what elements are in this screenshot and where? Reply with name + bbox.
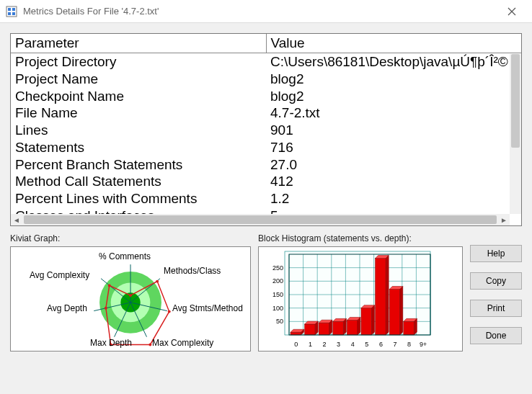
svg-marker-68 [400, 287, 403, 335]
svg-marker-62 [372, 305, 375, 335]
svg-text:1: 1 [309, 341, 312, 348]
svg-marker-56 [343, 318, 346, 335]
cell-value: 412 [266, 173, 521, 190]
table-row[interactable]: Checkpoint Nameblog2 [11, 88, 521, 105]
svg-rect-57 [347, 320, 358, 335]
vertical-scrollbar[interactable] [510, 54, 521, 214]
svg-rect-1 [8, 8, 11, 11]
kiviat-axis-label: Max Complexity [152, 338, 213, 348]
cell-param: Checkpoint Name [11, 88, 266, 105]
table-row[interactable]: Method Call Statements412 [11, 173, 521, 190]
kiviat-axis-label: Max Depth [90, 338, 132, 348]
svg-point-17 [156, 280, 159, 283]
cell-value: 1.2 [266, 190, 521, 207]
table-row[interactable]: Lines901 [11, 122, 521, 139]
scroll-right-icon[interactable]: ► [498, 214, 510, 225]
cell-param: Lines [11, 122, 266, 139]
svg-text:150: 150 [272, 291, 283, 298]
svg-text:50: 50 [276, 318, 283, 325]
cell-value: 901 [266, 122, 521, 139]
svg-text:2: 2 [323, 341, 327, 348]
table-row[interactable]: Project Nameblog2 [11, 71, 521, 88]
scroll-left-icon[interactable]: ◄ [11, 214, 22, 225]
kiviat-axis-label: Avg Stmts/Method [172, 303, 243, 313]
block-histogram: 501001502002500123456789+ [258, 246, 463, 352]
svg-point-19 [148, 344, 151, 346]
column-header-parameter[interactable]: Parameter [11, 34, 266, 53]
svg-rect-66 [389, 290, 400, 335]
app-icon [6, 6, 17, 17]
cell-param: Percent Lines with Comments [11, 190, 266, 207]
kiviat-graph: % Comments Methods/Class Avg Stmts/Metho… [10, 246, 251, 352]
table-row[interactable]: File Name4.7-2.txt [11, 104, 521, 122]
svg-rect-48 [305, 324, 316, 335]
svg-rect-2 [12, 8, 15, 11]
column-header-value[interactable]: Value [266, 34, 521, 53]
svg-rect-60 [361, 308, 372, 335]
copy-button[interactable]: Copy [470, 272, 522, 290]
cell-value: 27.0 [266, 156, 521, 174]
metrics-table: Parameter Value Project DirectoryC:\User… [11, 34, 521, 225]
svg-text:9+: 9+ [420, 341, 427, 348]
kiviat-axis-label: Avg Complexity [30, 270, 89, 280]
svg-text:200: 200 [272, 277, 283, 285]
help-button[interactable]: Help [470, 245, 522, 262]
kiviat-axis-label: Methods/Class [164, 266, 221, 276]
svg-rect-51 [319, 323, 329, 335]
cell-value: C:\Users\86181\Desktop\java\µÚ¶þ´Î²© [266, 53, 521, 71]
histogram-title: Block Histogram (statements vs. depth): [258, 233, 463, 243]
svg-rect-3 [8, 12, 11, 15]
kiviat-axis-label: Avg Depth [47, 303, 87, 313]
svg-rect-54 [333, 321, 344, 335]
cell-value: blog2 [266, 88, 521, 105]
svg-text:100: 100 [272, 305, 283, 312]
svg-text:4: 4 [351, 341, 355, 348]
cell-param: File Name [11, 104, 266, 122]
svg-rect-69 [404, 321, 414, 335]
close-icon[interactable] [497, 0, 526, 23]
kiviat-title: Kiviat Graph: [10, 233, 251, 243]
cell-param: Project Name [11, 71, 266, 88]
svg-text:8: 8 [407, 341, 411, 348]
cell-param: Project Directory [11, 53, 266, 71]
done-button[interactable]: Done [470, 327, 522, 344]
svg-text:7: 7 [394, 341, 397, 348]
svg-point-16 [129, 294, 132, 297]
cell-value: 716 [266, 139, 521, 156]
print-button[interactable]: Print [470, 300, 522, 317]
svg-text:3: 3 [337, 341, 340, 348]
svg-point-21 [105, 307, 107, 310]
svg-marker-65 [386, 256, 389, 335]
table-row[interactable]: Percent Branch Statements27.0 [11, 156, 521, 174]
cell-param: Statements [11, 139, 266, 156]
svg-point-18 [168, 310, 171, 313]
svg-text:250: 250 [272, 264, 283, 272]
svg-rect-45 [291, 332, 301, 335]
window-title: Metrics Details For File '4.7-2.txt' [23, 6, 497, 17]
table-row[interactable]: Project DirectoryC:\Users\86181\Desktop\… [11, 53, 521, 71]
svg-marker-59 [358, 317, 360, 335]
table-row[interactable]: Percent Lines with Comments1.2 [11, 190, 521, 207]
kiviat-axis-label: % Comments [99, 251, 151, 261]
cell-param: Percent Branch Statements [11, 156, 266, 174]
svg-marker-53 [329, 320, 332, 335]
svg-rect-4 [12, 12, 15, 15]
svg-text:6: 6 [379, 341, 383, 348]
horizontal-scrollbar[interactable]: ◄ ► [11, 214, 510, 225]
svg-marker-71 [414, 318, 417, 335]
table-row[interactable]: Statements716 [11, 139, 521, 156]
cell-value: blog2 [266, 71, 521, 88]
svg-point-22 [108, 284, 111, 287]
metrics-table-container: Parameter Value Project DirectoryC:\User… [10, 33, 522, 226]
svg-text:5: 5 [365, 341, 368, 348]
cell-value: 4.7-2.txt [266, 104, 521, 122]
cell-param: Method Call Statements [11, 173, 266, 190]
svg-rect-63 [376, 259, 386, 335]
titlebar: Metrics Details For File '4.7-2.txt' [0, 0, 532, 23]
svg-text:0: 0 [294, 341, 298, 348]
